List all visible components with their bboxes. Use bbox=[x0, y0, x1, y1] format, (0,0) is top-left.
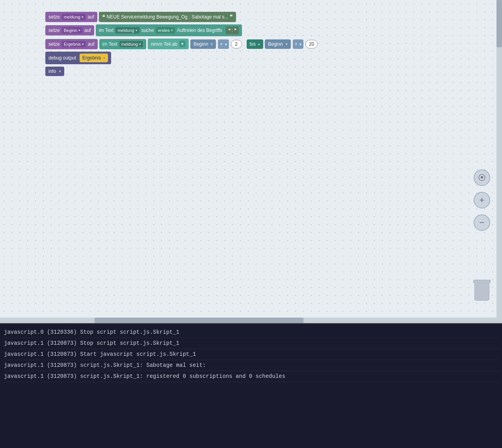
blocks-container: setze meldung ▾ auf ❝ NEUE Servicemeldun… bbox=[45, 12, 318, 78]
im-text-block-3[interactable]: im Text meldung ▾ bbox=[99, 39, 146, 49]
beginn-var-dropdown[interactable]: Beginn ▾ bbox=[62, 27, 82, 33]
setze-beginn-block[interactable]: setze Beginn ▾ auf bbox=[45, 25, 94, 35]
log-line-2: javascript.1 (3120873) Start javascript … bbox=[4, 349, 498, 360]
nimm-teil-block[interactable]: nimm Teil ab ▾ bbox=[148, 39, 189, 49]
info-level-block[interactable]: info ▾ bbox=[45, 67, 64, 76]
canvas-controls: ⦿ + − bbox=[474, 169, 490, 231]
log-line-0: javascript.0 (3120336) Stop script scrip… bbox=[4, 327, 498, 338]
plus-op-2[interactable]: + ▾ bbox=[293, 39, 303, 49]
ergebnis-dropdown-arrow: ▾ bbox=[103, 56, 105, 60]
zoom-out-icon: − bbox=[480, 217, 485, 228]
setze-meldung-block[interactable]: setze meldung ▾ auf bbox=[45, 12, 97, 22]
info-label: info bbox=[48, 69, 56, 74]
zoom-in-button[interactable]: + bbox=[474, 192, 490, 208]
im-text-block-2[interactable]: im Text meldung ▾ suche erstes ▾ Auftret… bbox=[96, 24, 242, 36]
ergebnis-var-dropdown[interactable]: Ergebnis ▾ bbox=[62, 41, 86, 47]
zoom-in-icon: + bbox=[480, 195, 485, 205]
block-canvas[interactable]: setze meldung ▾ auf ❝ NEUE Servicemeldun… bbox=[0, 0, 502, 323]
auftreten-label: Auftreten des Begriffs bbox=[177, 28, 222, 33]
dot-separator: . bbox=[243, 41, 245, 47]
block-row-5: info ▾ bbox=[45, 67, 318, 76]
close-quote-1: ❞ bbox=[230, 14, 233, 20]
string-text-1: NEUE Servicemeldung Bewegung_Og : Sabota… bbox=[107, 14, 229, 20]
auf-label-2: auf bbox=[84, 28, 91, 33]
suche-label: suche bbox=[141, 28, 154, 33]
bis-block[interactable]: bis ▾ bbox=[247, 39, 264, 49]
log-line-3: javascript.1 (3120873) script.js.Skript_… bbox=[4, 360, 498, 371]
debug-output-block[interactable]: debug output Ergebnis ▾ bbox=[45, 52, 111, 64]
scrollbar-thumb-v[interactable] bbox=[496, 0, 502, 47]
nimm-dropdown[interactable]: ▾ bbox=[179, 41, 186, 47]
zoom-out-button[interactable]: − bbox=[474, 214, 490, 231]
block-row-2: setze Beginn ▾ auf im Text meldung ▾ suc… bbox=[45, 24, 318, 36]
center-view-button[interactable]: ⦿ bbox=[474, 169, 490, 186]
horizontal-scrollbar[interactable] bbox=[0, 318, 496, 323]
string-value-block-1[interactable]: ❝ NEUE Servicemeldung Bewegung_Og : Sabo… bbox=[99, 12, 236, 22]
beginn-block-1[interactable]: Beginn ▾ bbox=[190, 39, 216, 49]
ergebnis-value-block[interactable]: Ergebnis ▾ bbox=[80, 54, 108, 62]
debug-label: debug output bbox=[48, 55, 76, 61]
auf-label-1: auf bbox=[87, 14, 94, 20]
meldung-var-dropdown-1[interactable]: meldung ▾ bbox=[62, 14, 86, 20]
block-row-4: debug output Ergebnis ▾ bbox=[45, 52, 318, 64]
trash-button[interactable] bbox=[472, 280, 492, 303]
center-icon: ⦿ bbox=[478, 173, 486, 182]
block-row-3: setze Ergebnis ▾ auf im Text meldung ▾ n… bbox=[45, 39, 318, 49]
log-line-4: javascript.1 (3120873) script.js.Skript_… bbox=[4, 371, 498, 382]
erstes-dropdown[interactable]: erstes ▾ bbox=[156, 27, 175, 33]
meldung-var-dropdown-3[interactable]: meldung ▾ bbox=[119, 41, 143, 47]
string-colon-block[interactable]: ❝ : ❞ bbox=[226, 26, 239, 34]
num-value-1[interactable]: 2 bbox=[231, 40, 242, 48]
debug-info-group: debug output Ergebnis ▾ info ▾ bbox=[45, 52, 318, 78]
setze-ergebnis-block[interactable]: setze Ergebnis ▾ auf bbox=[45, 39, 98, 49]
setze-label-2: setze bbox=[48, 28, 60, 33]
meldung-var-dropdown-2[interactable]: meldung ▾ bbox=[115, 27, 139, 33]
auf-label-3: auf bbox=[88, 41, 95, 47]
num-value-2[interactable]: 20 bbox=[305, 40, 318, 48]
setze-label-3: setze bbox=[48, 41, 60, 47]
scrollbar-thumb-h[interactable] bbox=[95, 318, 303, 323]
beginn-block-2[interactable]: Beginn ▾ bbox=[265, 39, 290, 49]
block-row-1: setze meldung ▾ auf ❝ NEUE Servicemeldun… bbox=[45, 12, 318, 22]
setze-label-1: setze bbox=[48, 14, 60, 20]
trash-lid bbox=[473, 280, 491, 283]
open-quote-1: ❝ bbox=[102, 14, 105, 20]
plus-op-1[interactable]: + ▾ bbox=[218, 39, 229, 49]
info-dropdown-arrow: ▾ bbox=[59, 69, 61, 73]
dropdown-arrow-1: ▾ bbox=[82, 15, 84, 19]
vertical-scrollbar[interactable] bbox=[496, 0, 502, 323]
trash-body bbox=[474, 283, 489, 301]
console-log-area[interactable]: javascript.0 (3120336) Stop script scrip… bbox=[0, 323, 502, 448]
log-line-1: javascript.1 (3120873) Stop script scrip… bbox=[4, 338, 498, 349]
